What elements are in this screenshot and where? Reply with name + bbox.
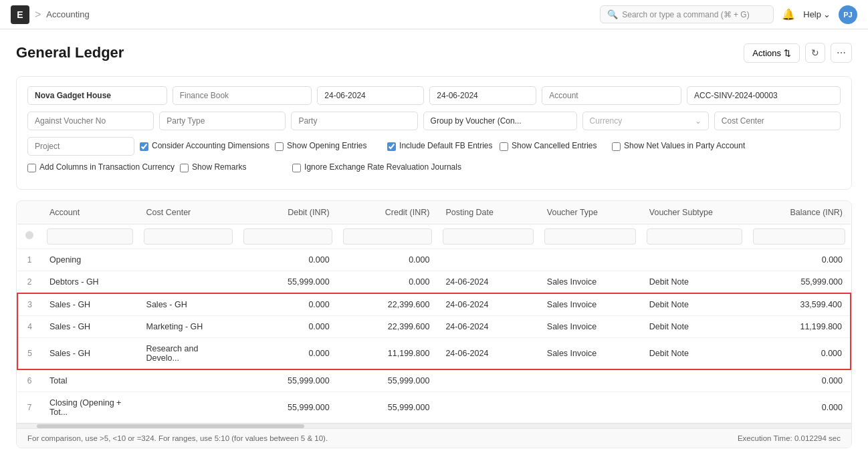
col-cost-center: Cost Center — [138, 201, 239, 224]
row-cost-center — [138, 249, 239, 271]
row-voucher-subtype: Debit Note — [641, 315, 748, 337]
group-by-field[interactable] — [423, 112, 577, 130]
finance-book-field[interactable] — [173, 86, 312, 105]
row-voucher-type: Sales Invoice — [539, 293, 641, 316]
row-credit: 11,199.800 — [338, 337, 438, 369]
page-header: General Ledger Actions ⇅ ↻ ⋯ — [16, 43, 852, 63]
actions-button[interactable]: Actions ⇅ — [744, 43, 800, 63]
filter-credit-input[interactable] — [343, 228, 433, 245]
row-balance: 0.000 — [748, 369, 851, 392]
col-voucher-type: Voucher Type — [539, 201, 641, 224]
company-field[interactable] — [27, 86, 167, 105]
help-button[interactable]: Help ⌄ — [803, 9, 831, 19]
show-net-values-checkbox[interactable] — [612, 142, 621, 151]
col-balance: Balance (INR) — [748, 201, 851, 224]
row-voucher-type: Sales Invoice — [539, 271, 641, 293]
table-row[interactable]: 4 Sales - GH Marketing - GH 0.000 22,399… — [17, 315, 851, 337]
horizontal-scrollbar[interactable] — [17, 423, 851, 428]
show-cancelled-checkbox[interactable] — [500, 142, 508, 151]
row-num: 7 — [17, 391, 41, 423]
page-title: General Ledger — [16, 44, 124, 61]
topnav: E > Accounting 🔍 Search or type a comman… — [0, 0, 868, 29]
row-voucher-subtype — [641, 369, 748, 392]
filters-row-4: Add Columns in Transaction Currency Show… — [27, 162, 841, 173]
against-voucher-field[interactable] — [27, 112, 154, 130]
filter-debit-input[interactable] — [243, 228, 332, 245]
party-type-field[interactable] — [159, 112, 286, 130]
table-header-row: Account Cost Center Debit (INR) Credit (… — [17, 201, 851, 224]
show-net-values-label: Show Net Values in Party Account — [624, 141, 745, 152]
row-num: 4 — [17, 315, 41, 337]
row-posting-date — [437, 369, 538, 392]
table-row[interactable]: 5 Sales - GH Research and Develo... 0.00… — [17, 337, 851, 369]
avatar[interactable]: PJ — [839, 5, 857, 24]
add-columns-label: Add Columns in Transaction Currency — [39, 162, 175, 173]
col-account: Account — [41, 201, 138, 224]
col-debit: Debit (INR) — [238, 201, 337, 224]
row-balance: 11,199.800 — [748, 315, 851, 337]
row-debit: 0.000 — [238, 315, 337, 337]
app-logo[interactable]: E — [11, 5, 29, 24]
row-account: Opening — [41, 249, 138, 271]
more-options-button[interactable]: ⋯ — [831, 43, 852, 63]
row-voucher-subtype — [641, 249, 748, 271]
row-balance: 0.000 — [748, 391, 851, 423]
row-voucher-type — [539, 391, 641, 423]
actions-sort-icon: ⇅ — [784, 48, 791, 58]
show-remarks-checkbox[interactable] — [180, 164, 189, 172]
ignore-exchange-checkbox[interactable] — [292, 164, 301, 172]
actions-label: Actions — [752, 48, 781, 58]
header-actions: Actions ⇅ ↻ ⋯ — [744, 43, 852, 63]
filters-row-2: Currency ⌄ — [27, 112, 841, 130]
consider-accounting-checkbox[interactable] — [140, 142, 148, 151]
row-cost-center — [138, 369, 239, 392]
table-row[interactable]: 1 Opening 0.000 0.000 0.000 — [17, 249, 851, 271]
row-credit: 0.000 — [338, 271, 438, 293]
breadcrumb[interactable]: Accounting — [46, 9, 89, 19]
search-bar[interactable]: 🔍 Search or type a command (⌘ + G) — [600, 5, 774, 23]
filter-balance-input[interactable] — [753, 228, 845, 245]
include-default-fb-checkbox[interactable] — [387, 142, 396, 151]
table-row[interactable]: 6 Total 55,999.000 55,999.000 0.000 — [17, 369, 851, 392]
row-posting-date: 24-06-2024 — [437, 337, 538, 369]
project-field[interactable] — [27, 137, 134, 156]
table-row[interactable]: 2 Debtors - GH 55,999.000 0.000 24-06-20… — [17, 271, 851, 293]
row-cost-center — [138, 391, 239, 423]
currency-field[interactable]: Currency ⌄ — [582, 112, 709, 130]
row-credit: 22,399.600 — [338, 315, 438, 337]
row-num: 1 — [17, 249, 41, 271]
ignore-exchange-label: Ignore Exchange Rate Revaluation Journal… — [304, 162, 461, 173]
search-placeholder: Search or type a command (⌘ + G) — [622, 10, 749, 19]
row-num: 6 — [17, 369, 41, 392]
date-to-field[interactable] — [429, 86, 536, 105]
show-opening-checkbox[interactable] — [275, 142, 284, 151]
col-num — [17, 201, 41, 224]
notification-bell[interactable]: 🔔 — [782, 8, 795, 21]
refresh-button[interactable]: ↻ — [805, 43, 825, 63]
date-from-field[interactable] — [317, 86, 424, 105]
col-voucher-subtype: Voucher Subtype — [641, 201, 748, 224]
col-credit: Credit (INR) — [338, 201, 438, 224]
cost-center-field[interactable] — [714, 112, 841, 130]
account-placeholder-field[interactable] — [542, 86, 681, 105]
row-voucher-type — [539, 249, 641, 271]
scroll-thumb[interactable] — [37, 424, 304, 428]
row-voucher-subtype — [641, 391, 748, 423]
footer-hint: For comparison, use >5, <10 or =324. For… — [27, 434, 328, 442]
table-row[interactable]: 3 Sales - GH Sales - GH 0.000 22,399.600… — [17, 293, 851, 316]
add-columns-group: Add Columns in Transaction Currency — [27, 162, 175, 173]
include-default-fb-group: Include Default FB Entries — [387, 141, 494, 152]
table-row[interactable]: 7 Closing (Opening + Tot... 55,999.000 5… — [17, 391, 851, 423]
filter-cost-center-input[interactable] — [144, 228, 233, 245]
add-columns-checkbox[interactable] — [27, 164, 36, 172]
filter-voucher-type-input[interactable] — [544, 228, 636, 245]
filter-date-input[interactable] — [443, 228, 533, 245]
show-opening-label: Show Opening Entries — [287, 141, 366, 152]
row-account: Sales - GH — [41, 293, 138, 316]
party-field[interactable] — [291, 112, 417, 130]
row-voucher-subtype: Debit Note — [641, 337, 748, 369]
filter-voucher-subtype-input[interactable] — [647, 228, 742, 245]
filter-account-input[interactable] — [47, 228, 133, 245]
account-value-field[interactable] — [687, 86, 841, 105]
row-cost-center — [138, 271, 239, 293]
